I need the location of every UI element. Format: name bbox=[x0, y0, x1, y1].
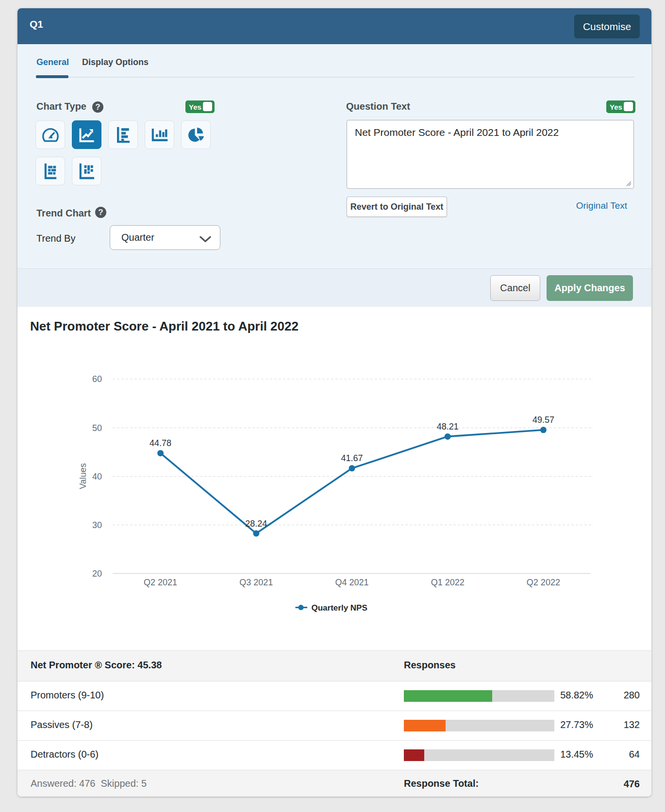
svg-text:Q2 2021: Q2 2021 bbox=[144, 578, 177, 587]
svg-text:Values: Values bbox=[78, 463, 88, 489]
svg-text:Q4 2021: Q4 2021 bbox=[335, 578, 368, 587]
svg-text:48.21: 48.21 bbox=[437, 422, 459, 431]
svg-text:Q1 2022: Q1 2022 bbox=[431, 578, 465, 587]
svg-text:44.78: 44.78 bbox=[150, 438, 171, 448]
svg-text:Q2 2022: Q2 2022 bbox=[527, 578, 560, 587]
svg-text:60: 60 bbox=[92, 374, 102, 384]
svg-text:Q3 2021: Q3 2021 bbox=[239, 578, 273, 587]
svg-text:28.24: 28.24 bbox=[245, 519, 267, 529]
svg-text:50: 50 bbox=[92, 423, 102, 433]
svg-text:40: 40 bbox=[92, 472, 102, 481]
svg-text:20: 20 bbox=[92, 569, 102, 579]
svg-text:41.67: 41.67 bbox=[341, 453, 363, 463]
svg-text:Quarterly NPS: Quarterly NPS bbox=[312, 603, 367, 613]
svg-text:49.57: 49.57 bbox=[532, 415, 554, 425]
svg-text:30: 30 bbox=[92, 520, 102, 530]
